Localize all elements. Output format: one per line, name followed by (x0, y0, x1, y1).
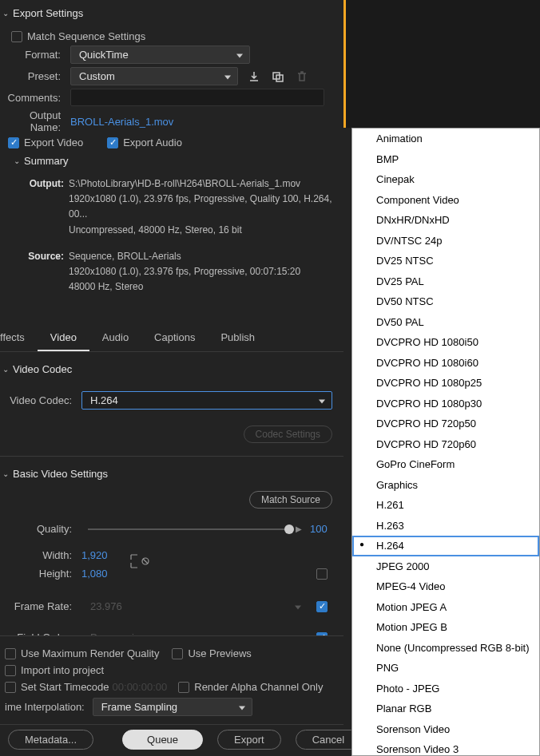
use-previews-checkbox[interactable] (172, 648, 183, 659)
quality-value[interactable]: 100 (310, 523, 332, 535)
codec-option[interactable]: DV50 PAL (352, 312, 539, 333)
match-source-button[interactable]: Match Source (249, 491, 332, 509)
chevron-down-icon: ⌄ (2, 365, 10, 374)
tab-publish[interactable]: Publish (208, 327, 268, 351)
codec-option[interactable]: MPEG-4 Video (352, 576, 539, 597)
summary-source-audio: 48000 Hz, Stereo (69, 279, 336, 295)
link-dimensions-icon[interactable] (129, 553, 153, 572)
codec-option[interactable]: Photo - JPEG (352, 679, 539, 699)
codec-option[interactable]: DVCPRO HD 1080i60 (352, 353, 539, 374)
height-label: Height: (2, 568, 81, 580)
comments-input[interactable] (70, 89, 324, 106)
export-audio-label: Export Audio (123, 137, 182, 148)
codec-option[interactable]: Motion JPEG B (352, 617, 539, 638)
export-audio-checkbox[interactable] (107, 137, 118, 148)
codec-option[interactable]: DV/NTSC 24p (352, 231, 539, 251)
slider-thumb[interactable] (284, 524, 294, 534)
codec-option[interactable]: None (Uncompressed RGB 8-bit) (352, 638, 539, 659)
codec-option[interactable]: DV25 PAL (352, 271, 539, 292)
width-value[interactable]: 1,920 (81, 549, 108, 561)
metadata-button[interactable]: Metadata... (8, 730, 93, 750)
chevron-down-icon: ⌄ (13, 156, 21, 165)
codec-option[interactable]: H.261 (352, 495, 539, 516)
render-alpha-checkbox[interactable] (178, 682, 189, 693)
summary-source-label: Source: (24, 249, 64, 295)
codec-option[interactable]: DV50 NTSC (352, 291, 539, 312)
codec-option[interactable]: Cinepak (352, 169, 539, 190)
codec-option[interactable]: JPEG 2000 (352, 556, 539, 577)
quality-slider[interactable] (88, 528, 289, 530)
queue-button[interactable]: Queue (122, 730, 203, 750)
codec-option[interactable]: DVCPRO HD 720p60 (352, 434, 539, 455)
codec-option[interactable]: BMP (352, 149, 539, 170)
set-start-tc-checkbox[interactable] (5, 682, 16, 693)
codec-settings-button: Codec Settings (244, 425, 332, 443)
codec-option[interactable]: PNG (352, 658, 539, 679)
codec-option[interactable]: Animation (352, 129, 539, 149)
summary-source-name: Sequence, BROLL-Aerials (69, 249, 336, 264)
codec-option[interactable]: DNxHR/DNxHD (352, 210, 539, 231)
preset-select[interactable]: Custom (70, 67, 238, 85)
max-render-checkbox[interactable] (5, 648, 16, 659)
match-sequence-label: Match Sequence Settings (27, 30, 145, 42)
render-alpha-label: Render Alpha Channel Only (194, 681, 323, 693)
preset-label: Preset: (0, 70, 70, 82)
match-sequence-checkbox[interactable] (11, 31, 22, 42)
quality-label: Quality: (2, 523, 81, 535)
tab-effects[interactable]: ffects (0, 327, 38, 351)
codec-option[interactable]: DVCPRO HD 720p50 (352, 414, 539, 434)
summary-source-video: 1920x1080 (1.0), 23.976 fps, Progressive… (69, 264, 336, 279)
height-value[interactable]: 1,080 (81, 568, 108, 580)
codec-option[interactable]: H.264 (352, 536, 539, 556)
codec-option[interactable]: H.263 (352, 516, 539, 536)
import-project-label: Import into project (21, 664, 104, 676)
video-codec-select[interactable]: H.264 (81, 391, 332, 410)
export-video-checkbox[interactable] (8, 137, 19, 148)
codec-option[interactable]: Planar RGB (352, 699, 539, 719)
chevron-down-icon: ⌄ (2, 469, 10, 478)
basic-video-title: Basic Video Settings (13, 468, 108, 480)
start-tc-value: 00:00:00:00 (113, 681, 168, 693)
codec-option[interactable]: DVCPRO HD 1080p30 (352, 394, 539, 414)
export-button[interactable]: Export (217, 730, 281, 750)
codec-option[interactable]: Sorenson Video (352, 719, 539, 740)
codec-option[interactable]: Graphics (352, 475, 539, 496)
codec-dropdown-list[interactable]: AnimationBMPCinepakComponent VideoDNxHR/… (351, 128, 540, 756)
video-codec-header[interactable]: ⌄ Video Codec (2, 360, 332, 380)
export-video-label: Export Video (24, 137, 83, 148)
set-start-tc-label: Set Start Timecode (21, 681, 109, 693)
codec-option[interactable]: DVCPRO HD 1080p25 (352, 373, 539, 394)
video-codec-label: Video Codec: (2, 394, 81, 406)
save-preset-icon[interactable] (246, 69, 262, 85)
frame-rate-select: 23.976 (81, 597, 308, 615)
chevron-down-icon: ⌄ (2, 9, 10, 18)
codec-option[interactable]: DV25 NTSC (352, 251, 539, 271)
format-label: Format: (0, 49, 70, 61)
quality-arrow-icon[interactable]: ▶ (296, 524, 302, 533)
tab-video[interactable]: Video (38, 327, 89, 351)
basic-video-settings-header[interactable]: ⌄ Basic Video Settings (2, 465, 332, 485)
codec-option[interactable]: Sorenson Video 3 (352, 739, 539, 756)
output-name-label: Output Name: (0, 109, 70, 133)
summary-output-path: S:\PhotoLibrary\HD-B-roll\H264\BROLL-Aer… (69, 176, 336, 192)
tab-captions[interactable]: Captions (141, 327, 208, 351)
codec-option[interactable]: Component Video (352, 190, 539, 211)
comments-label: Comments: (0, 92, 70, 104)
time-interp-select[interactable]: Frame Sampling (93, 698, 252, 716)
video-codec-title: Video Codec (13, 363, 72, 375)
tab-audio[interactable]: Audio (89, 327, 141, 351)
import-project-checkbox[interactable] (5, 665, 16, 676)
summary-header[interactable]: ⌄ Summary (0, 152, 343, 172)
dimensions-match-checkbox[interactable] (316, 568, 328, 580)
import-preset-icon[interactable] (270, 69, 286, 85)
export-settings-header[interactable]: ⌄ Export Settings (0, 4, 343, 24)
codec-option[interactable]: DVCPRO HD 1080i50 (352, 332, 539, 353)
summary-title: Summary (24, 155, 69, 167)
codec-option[interactable]: GoPro CineForm (352, 454, 539, 475)
delete-preset-icon (294, 69, 310, 85)
summary-output-video: 1920x1080 (1.0), 23.976 fps, Progressive… (69, 192, 336, 222)
format-select[interactable]: QuickTime (70, 46, 250, 64)
codec-option[interactable]: Motion JPEG A (352, 597, 539, 618)
frame-rate-match-checkbox[interactable] (316, 601, 328, 612)
output-name-link[interactable]: BROLL-Aerials_1.mov (70, 116, 173, 128)
